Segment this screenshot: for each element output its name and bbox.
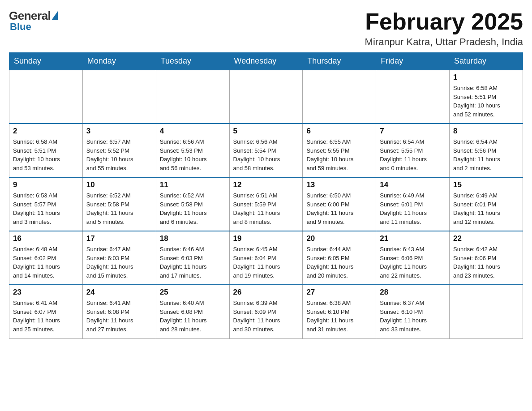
day-info: Sunrise: 6:43 AMSunset: 6:06 PMDaylight:…: [380, 245, 446, 280]
calendar-cell: 7Sunrise: 6:54 AMSunset: 5:55 PMDaylight…: [376, 124, 450, 177]
day-number: 28: [380, 288, 446, 297]
day-number: 23: [13, 288, 79, 297]
day-info: Sunrise: 6:45 AMSunset: 6:04 PMDaylight:…: [233, 245, 299, 280]
day-info: Sunrise: 6:42 AMSunset: 6:06 PMDaylight:…: [453, 245, 519, 280]
day-number: 5: [233, 127, 299, 136]
day-number: 12: [233, 180, 299, 189]
calendar-cell: 9Sunrise: 6:53 AMSunset: 5:57 PMDaylight…: [9, 177, 83, 231]
calendar-cell: 14Sunrise: 6:49 AMSunset: 6:01 PMDayligh…: [376, 177, 450, 231]
day-number: 26: [233, 288, 299, 297]
day-number: 3: [86, 127, 152, 136]
day-info: Sunrise: 6:41 AMSunset: 6:08 PMDaylight:…: [86, 299, 152, 334]
col-friday: Friday: [376, 53, 450, 70]
day-info: Sunrise: 6:37 AMSunset: 6:10 PMDaylight:…: [380, 299, 446, 334]
day-info: Sunrise: 6:39 AMSunset: 6:09 PMDaylight:…: [233, 299, 299, 334]
calendar-table: Sunday Monday Tuesday Wednesday Thursday…: [9, 52, 523, 339]
calendar-cell: 27Sunrise: 6:38 AMSunset: 6:10 PMDayligh…: [303, 285, 376, 338]
day-number: 18: [160, 234, 226, 243]
calendar-cell: [450, 285, 523, 338]
day-info: Sunrise: 6:40 AMSunset: 6:08 PMDaylight:…: [160, 299, 226, 334]
day-info: Sunrise: 6:49 AMSunset: 6:01 PMDaylight:…: [453, 191, 519, 226]
page-header: General Blue February 2025 Miranpur Katr…: [9, 9, 523, 48]
col-saturday: Saturday: [450, 53, 523, 70]
day-number: 21: [380, 234, 446, 243]
calendar-cell: 11Sunrise: 6:52 AMSunset: 5:58 PMDayligh…: [156, 177, 229, 231]
day-info: Sunrise: 6:53 AMSunset: 5:57 PMDaylight:…: [13, 191, 79, 226]
day-info: Sunrise: 6:38 AMSunset: 6:10 PMDaylight:…: [306, 299, 372, 334]
day-info: Sunrise: 6:48 AMSunset: 6:02 PMDaylight:…: [13, 245, 79, 280]
day-info: Sunrise: 6:49 AMSunset: 6:01 PMDaylight:…: [380, 191, 446, 226]
calendar-cell: 10Sunrise: 6:52 AMSunset: 5:58 PMDayligh…: [82, 177, 156, 231]
week-row-4: 23Sunrise: 6:41 AMSunset: 6:07 PMDayligh…: [9, 285, 523, 338]
day-number: 13: [306, 180, 372, 189]
day-number: 9: [13, 180, 79, 189]
month-title: February 2025: [365, 9, 523, 34]
calendar-cell: 24Sunrise: 6:41 AMSunset: 6:08 PMDayligh…: [82, 285, 156, 338]
day-number: 10: [86, 180, 152, 189]
calendar-cell: 3Sunrise: 6:57 AMSunset: 5:52 PMDaylight…: [82, 124, 156, 177]
day-info: Sunrise: 6:58 AMSunset: 5:51 PMDaylight:…: [453, 84, 519, 119]
day-number: 2: [13, 127, 79, 136]
calendar-cell: 1Sunrise: 6:58 AMSunset: 5:51 PMDaylight…: [450, 70, 523, 124]
day-info: Sunrise: 6:46 AMSunset: 6:03 PMDaylight:…: [160, 245, 226, 280]
day-number: 14: [380, 180, 446, 189]
col-wednesday: Wednesday: [229, 53, 303, 70]
day-info: Sunrise: 6:51 AMSunset: 5:59 PMDaylight:…: [233, 191, 299, 226]
calendar-cell: 18Sunrise: 6:46 AMSunset: 6:03 PMDayligh…: [156, 231, 229, 285]
week-row-0: 1Sunrise: 6:58 AMSunset: 5:51 PMDaylight…: [9, 70, 523, 124]
calendar-cell: 4Sunrise: 6:56 AMSunset: 5:53 PMDaylight…: [156, 124, 229, 177]
calendar-cell: 22Sunrise: 6:42 AMSunset: 6:06 PMDayligh…: [450, 231, 523, 285]
day-info: Sunrise: 6:52 AMSunset: 5:58 PMDaylight:…: [86, 191, 152, 226]
day-info: Sunrise: 6:47 AMSunset: 6:03 PMDaylight:…: [86, 245, 152, 280]
day-number: 6: [306, 127, 372, 136]
day-info: Sunrise: 6:54 AMSunset: 5:56 PMDaylight:…: [453, 137, 519, 172]
day-info: Sunrise: 6:56 AMSunset: 5:53 PMDaylight:…: [160, 137, 226, 172]
day-info: Sunrise: 6:41 AMSunset: 6:07 PMDaylight:…: [13, 299, 79, 334]
col-thursday: Thursday: [303, 53, 376, 70]
calendar-cell: 13Sunrise: 6:50 AMSunset: 6:00 PMDayligh…: [303, 177, 376, 231]
logo-triangle-icon: [51, 11, 58, 20]
calendar-cell: 16Sunrise: 6:48 AMSunset: 6:02 PMDayligh…: [9, 231, 83, 285]
title-block: February 2025 Miranpur Katra, Uttar Prad…: [365, 9, 523, 48]
calendar-cell: 20Sunrise: 6:44 AMSunset: 6:05 PMDayligh…: [303, 231, 376, 285]
day-number: 20: [306, 234, 372, 243]
calendar-cell: 21Sunrise: 6:43 AMSunset: 6:06 PMDayligh…: [376, 231, 450, 285]
col-tuesday: Tuesday: [156, 53, 229, 70]
calendar-cell: 28Sunrise: 6:37 AMSunset: 6:10 PMDayligh…: [376, 285, 450, 338]
calendar-cell: 23Sunrise: 6:41 AMSunset: 6:07 PMDayligh…: [9, 285, 83, 338]
day-number: 25: [160, 288, 226, 297]
calendar-cell: [303, 70, 376, 124]
day-number: 4: [160, 127, 226, 136]
week-row-2: 9Sunrise: 6:53 AMSunset: 5:57 PMDaylight…: [9, 177, 523, 231]
calendar-cell: 19Sunrise: 6:45 AMSunset: 6:04 PMDayligh…: [229, 231, 303, 285]
day-number: 15: [453, 180, 519, 189]
calendar-header-row: Sunday Monday Tuesday Wednesday Thursday…: [9, 53, 523, 70]
week-row-1: 2Sunrise: 6:58 AMSunset: 5:51 PMDaylight…: [9, 124, 523, 177]
calendar-cell: 25Sunrise: 6:40 AMSunset: 6:08 PMDayligh…: [156, 285, 229, 338]
day-info: Sunrise: 6:58 AMSunset: 5:51 PMDaylight:…: [13, 137, 79, 172]
calendar-cell: [156, 70, 229, 124]
calendar-cell: [376, 70, 450, 124]
logo-blue-text: Blue: [10, 21, 31, 33]
location-subtitle: Miranpur Katra, Uttar Pradesh, India: [365, 36, 523, 48]
day-number: 27: [306, 288, 372, 297]
col-monday: Monday: [82, 53, 156, 70]
day-number: 22: [453, 234, 519, 243]
col-sunday: Sunday: [9, 53, 83, 70]
calendar-cell: [9, 70, 83, 124]
calendar-cell: 6Sunrise: 6:55 AMSunset: 5:55 PMDaylight…: [303, 124, 376, 177]
day-number: 19: [233, 234, 299, 243]
logo: General Blue: [9, 9, 58, 33]
calendar-cell: 26Sunrise: 6:39 AMSunset: 6:09 PMDayligh…: [229, 285, 303, 338]
calendar-cell: 8Sunrise: 6:54 AMSunset: 5:56 PMDaylight…: [450, 124, 523, 177]
calendar-cell: 12Sunrise: 6:51 AMSunset: 5:59 PMDayligh…: [229, 177, 303, 231]
day-info: Sunrise: 6:55 AMSunset: 5:55 PMDaylight:…: [306, 137, 372, 172]
day-info: Sunrise: 6:44 AMSunset: 6:05 PMDaylight:…: [306, 245, 372, 280]
day-number: 17: [86, 234, 152, 243]
day-info: Sunrise: 6:56 AMSunset: 5:54 PMDaylight:…: [233, 137, 299, 172]
day-number: 1: [453, 73, 519, 82]
calendar-cell: 15Sunrise: 6:49 AMSunset: 6:01 PMDayligh…: [450, 177, 523, 231]
day-number: 8: [453, 127, 519, 136]
calendar-cell: 17Sunrise: 6:47 AMSunset: 6:03 PMDayligh…: [82, 231, 156, 285]
day-number: 11: [160, 180, 226, 189]
